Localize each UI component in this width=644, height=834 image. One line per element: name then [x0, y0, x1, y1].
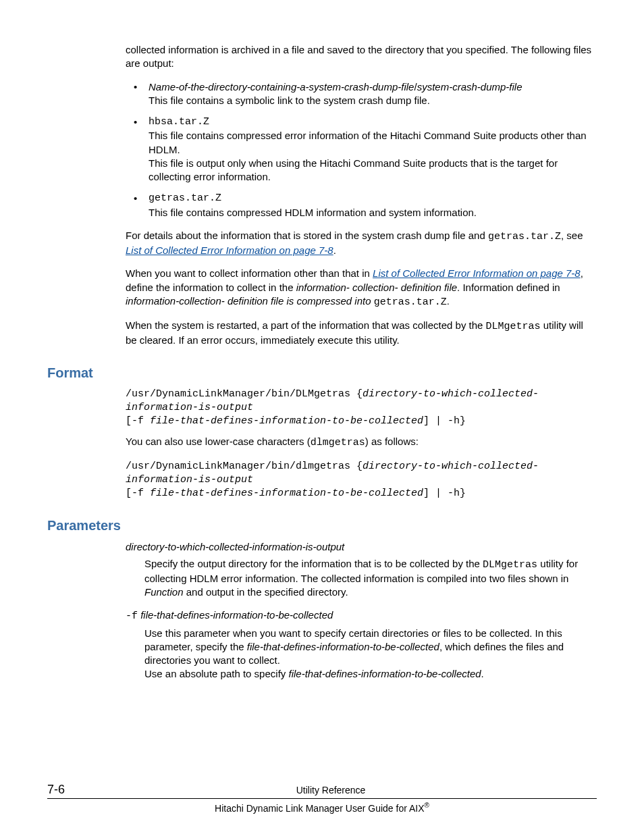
emphasis: information-collection- definition file …: [126, 295, 374, 307]
emphasis: information- collection- definition file: [296, 282, 457, 293]
text: and output in the specified directory.: [184, 586, 348, 598]
cmd: [-f: [126, 415, 150, 427]
arg: file-that-defines-information-to-be-coll…: [150, 488, 423, 499]
footer-subtitle: Hitachi Dynamic Link Manager User Guide …: [47, 802, 597, 814]
format-heading: Format: [47, 365, 597, 381]
details-paragraph: For details about the information that i…: [126, 229, 597, 258]
registered-icon: ®: [425, 802, 429, 809]
emphasis: file-that-defines-information-to-be-coll…: [247, 641, 439, 652]
parameters-heading: Parameters: [47, 518, 597, 533]
page-number: 7-6: [47, 783, 65, 797]
cmd: [-f: [126, 488, 150, 499]
text: You can also use lower-case characters (: [126, 436, 311, 447]
restart-paragraph: When the system is restarted, a part of …: [126, 319, 597, 348]
intro-paragraph: collected information is archived in a f…: [126, 43, 597, 71]
param-dt: -f file-that-defines-information-to-be-c…: [126, 608, 597, 623]
file-name: system-crash-dump-file: [417, 81, 522, 93]
arg: file-that-defines-information-to-be-coll…: [150, 415, 423, 427]
list-item-desc: This file contains a symbolic link to th…: [149, 94, 597, 107]
text: .: [447, 295, 450, 307]
list-item-code-title: getras.tar.Z: [149, 192, 597, 205]
dir-name: Name-of-the-directory-containing-a-syste…: [149, 81, 414, 93]
emphasis: Function: [144, 586, 184, 598]
code: getras.tar.Z: [374, 296, 447, 308]
param-dd: Specify the output directory for the inf…: [144, 557, 597, 600]
cmd: ] | -h}: [423, 415, 466, 427]
param-dd-line: Use an absolute path to specify file-tha…: [144, 667, 597, 681]
text: When the system is restarted, a part of …: [126, 319, 486, 331]
param-dd-line: Use this parameter when you want to spec…: [144, 627, 597, 668]
cmd: /usr/DynamicLinkManager/bin/dlmgetras {: [126, 461, 363, 472]
list-item-code-title: hbsa.tar.Z: [149, 115, 597, 129]
list-item: getras.tar.Z This file contains compress…: [126, 192, 597, 219]
cmd: /usr/DynamicLinkManager/bin/DLMgetras {: [126, 388, 363, 400]
text: .: [481, 668, 484, 679]
code: DLMgetras: [483, 559, 537, 571]
param-dd: Use this parameter when you want to spec…: [144, 627, 597, 681]
format-code-2: /usr/DynamicLinkManager/bin/dlmgetras {d…: [126, 460, 597, 501]
code: dlmgetras: [311, 437, 365, 448]
cmd: ] | -h}: [423, 488, 466, 499]
text: Specify the output directory for the inf…: [144, 558, 483, 569]
text: Use an absolute path to specify: [144, 668, 288, 679]
list-item: Name-of-the-directory-containing-a-syste…: [126, 80, 597, 108]
list-item-desc: This file is output only when using the …: [149, 157, 597, 184]
code: -f: [126, 610, 138, 622]
param-dt: directory-to-which-collected-information…: [126, 540, 597, 554]
collect-other-paragraph: When you want to collect information oth…: [126, 267, 597, 309]
text: When you want to collect information oth…: [126, 267, 373, 279]
xref-link[interactable]: List of Collected Error Information on p…: [126, 244, 333, 256]
emphasis: file-that-defines-information-to-be-coll…: [138, 609, 333, 621]
emphasis: file-that-defines-information-to-be-coll…: [288, 668, 481, 679]
output-files-list: Name-of-the-directory-containing-a-syste…: [126, 80, 597, 219]
text: .: [333, 244, 336, 256]
list-item-title: Name-of-the-directory-containing-a-syste…: [149, 80, 597, 94]
code: getras.tar.Z: [488, 231, 561, 242]
list-item-desc: This file contains compressed HDLM infor…: [149, 206, 597, 219]
list-item-desc: This file contains compressed error info…: [149, 129, 597, 157]
list-item: hbsa.tar.Z This file contains compressed…: [126, 115, 597, 184]
text: ) as follows:: [365, 436, 419, 447]
code: DLMgetras: [486, 321, 541, 332]
footer-title: Utility Reference: [65, 785, 597, 796]
text: For details about the information that i…: [126, 230, 488, 241]
xref-link[interactable]: List of Collected Error Information on p…: [373, 267, 581, 279]
text: , see: [561, 230, 583, 241]
text: Hitachi Dynamic Link Manager User Guide …: [215, 803, 424, 814]
lower-case-note: You can also use lower-case characters (…: [126, 435, 597, 450]
format-code-1: /usr/DynamicLinkManager/bin/DLMgetras {d…: [126, 388, 597, 429]
page-footer: 7-6 Utility Reference Hitachi Dynamic Li…: [47, 783, 597, 814]
text: . Information defined in: [457, 282, 560, 293]
